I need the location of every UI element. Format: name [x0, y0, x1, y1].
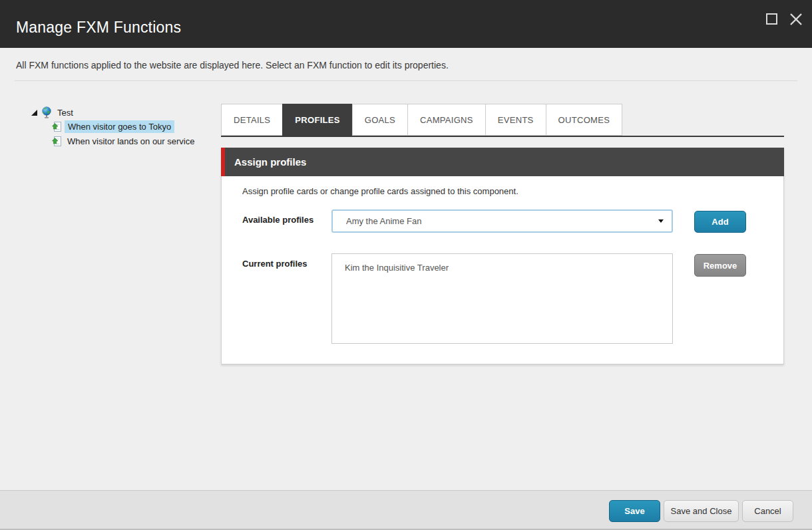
tree-expander-icon[interactable]	[31, 109, 38, 116]
save-button[interactable]: Save	[609, 500, 660, 522]
description-bar: All FXM functions applied to the website…	[0, 48, 812, 81]
tab-campaigns[interactable]: CAMPAIGNS	[407, 104, 486, 136]
available-profiles-label: Available profiles	[242, 215, 313, 225]
tab-events[interactable]: EVENTS	[485, 104, 546, 136]
selected-profile-value: Amy the Anime Fan	[346, 216, 421, 226]
current-profiles-label: Current profiles	[242, 259, 307, 269]
tab-profiles[interactable]: PROFILES	[282, 104, 352, 136]
panel-title: Assign profiles	[234, 156, 306, 168]
maximize-icon	[766, 13, 777, 25]
footer-buttons: Save Save and Close Cancel	[609, 500, 793, 522]
chevron-down-icon	[658, 219, 664, 223]
panel-hint-text: Assign profile cards or change profile c…	[242, 186, 518, 196]
close-button[interactable]	[788, 11, 804, 27]
close-icon	[788, 11, 804, 27]
save-and-close-button[interactable]: Save and Close	[664, 500, 739, 522]
dialog-description: All FXM functions applied to the website…	[16, 60, 449, 70]
document-add-icon	[52, 136, 62, 147]
tree-node-function[interactable]: When visitor goes to Tokyo	[52, 120, 174, 133]
tree-node-label[interactable]: Test	[57, 108, 73, 118]
add-button[interactable]: Add	[694, 211, 746, 233]
tree-node-function[interactable]: When visitor lands on our service	[52, 134, 194, 148]
footer-bar: Save Save and Close Cancel	[0, 490, 812, 529]
assign-profiles-panel: Assign profiles Assign profile cards or …	[221, 148, 784, 364]
tab-goals[interactable]: GOALS	[352, 104, 408, 136]
tree-node-root[interactable]: Test	[31, 106, 73, 119]
available-profiles-select[interactable]: Amy the Anime Fan	[331, 209, 673, 233]
tree-node-label[interactable]: When visitor lands on our service	[67, 136, 194, 146]
tree-node-label[interactable]: When visitor goes to Tokyo	[65, 120, 174, 133]
panel-header: Assign profiles	[221, 148, 784, 176]
globe-icon	[41, 106, 52, 119]
remove-button[interactable]: Remove	[694, 254, 746, 277]
tab-bar: DETAILS PROFILES GOALS CAMPAIGNS EVENTS …	[221, 104, 784, 137]
document-add-icon	[52, 121, 62, 132]
cancel-button[interactable]: Cancel	[742, 500, 793, 522]
dialog-title: Manage FXM Functions	[16, 19, 181, 37]
list-item[interactable]: Kim the Inquisitive Traveler	[332, 254, 672, 273]
current-profiles-list[interactable]: Kim the Inquisitive Traveler	[331, 253, 673, 344]
tab-details[interactable]: DETAILS	[221, 104, 283, 136]
divider	[15, 80, 797, 81]
maximize-button[interactable]	[764, 11, 780, 27]
titlebar: Manage FXM Functions	[0, 0, 812, 48]
manage-fxm-dialog: Manage FXM Functions All FXM functions a…	[0, 0, 812, 530]
tab-outcomes[interactable]: OUTCOMES	[546, 104, 623, 136]
